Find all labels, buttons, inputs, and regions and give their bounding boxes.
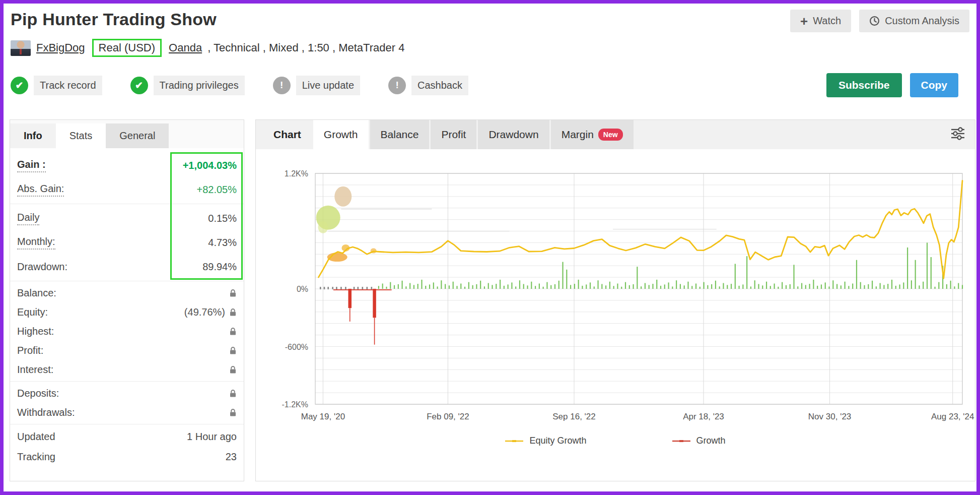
- custom-analysis-button[interactable]: Custom Analysis: [859, 10, 969, 32]
- y-axis-label: 0%: [297, 285, 308, 293]
- badge-label: Track record: [34, 76, 102, 95]
- stat-label: Drawdown:: [17, 261, 67, 273]
- badge-track-record[interactable]: ✔Track record: [11, 76, 102, 95]
- copy-button[interactable]: Copy: [910, 73, 959, 97]
- stat-value: [229, 346, 237, 355]
- stat-row-deposits: Deposits:: [10, 384, 244, 403]
- sidebar-tab-general[interactable]: General: [106, 123, 169, 148]
- sidebar-tabs: InfoStatsGeneral: [10, 120, 244, 148]
- lock-icon: [229, 308, 237, 317]
- x-axis-label: Feb 09, '22: [427, 412, 469, 421]
- check-icon: ✔: [130, 77, 148, 94]
- sidebar-tab-info[interactable]: Info: [10, 123, 56, 148]
- badge-label: Live update: [296, 76, 360, 95]
- stat-value: [229, 408, 237, 417]
- stat-value: 0.15%: [208, 213, 237, 224]
- stat-row-updated: Updated1 Hour ago: [10, 426, 244, 447]
- legend-marker-icon: [672, 439, 690, 444]
- page-title: Pip Hunter Trading Show: [11, 10, 217, 29]
- stat-label: Tracking: [17, 451, 55, 463]
- badge-label: Cashback: [411, 76, 468, 95]
- legend-equity-growth[interactable]: Equity Growth: [505, 436, 586, 446]
- stat-value: 1 Hour ago: [187, 431, 237, 443]
- lock-icon: [229, 389, 237, 398]
- chart-tab-balance[interactable]: Balance: [370, 120, 430, 149]
- clock-icon: [869, 16, 880, 26]
- stat-value: [229, 389, 237, 398]
- lock-icon: [229, 346, 237, 355]
- account-user-link[interactable]: FxBigDog: [36, 41, 85, 54]
- growth-chart[interactable]: 1.2K%0%-600%-1.2K%May 19, '20Feb 09, '22…: [256, 149, 975, 434]
- verification-badges: ✔Track record✔Trading privileges!Live up…: [11, 76, 497, 95]
- badge-trading-privileges[interactable]: ✔Trading privileges: [130, 76, 245, 95]
- chart-tab-label: Balance: [381, 129, 419, 141]
- chart-tabs-row: ChartGrowthBalanceProfitDrawdownMarginNe…: [256, 120, 975, 149]
- chart-tab-chart[interactable]: Chart: [263, 120, 312, 149]
- lock-icon: [229, 289, 237, 297]
- stat-label[interactable]: Daily: [17, 212, 39, 225]
- badge-live-update[interactable]: !Live update: [273, 76, 360, 95]
- stat-row-tracking: Tracking23: [10, 447, 244, 467]
- stat-value: (49.76%): [184, 306, 237, 318]
- legend-label: Equity Growth: [529, 436, 586, 446]
- exclamation-icon: !: [388, 77, 406, 94]
- chart-tab-growth[interactable]: Growth: [313, 120, 369, 149]
- lock-icon: [229, 327, 237, 336]
- x-axis-label: Sep 16, '22: [552, 412, 595, 421]
- stat-group: Deposits:Withdrawals:: [10, 381, 244, 424]
- stat-group: Updated1 Hour agoTracking23: [10, 424, 244, 469]
- legend-growth[interactable]: Growth: [672, 436, 726, 446]
- stat-label: Interest:: [17, 364, 53, 376]
- top-bar: Pip Hunter Trading Show + Watch Custom A…: [4, 4, 976, 35]
- stat-value: [229, 289, 237, 297]
- new-badge: New: [598, 129, 623, 141]
- y-axis-label: -1.2K%: [282, 400, 308, 409]
- avatar: [11, 40, 31, 56]
- stat-group: Balance:Equity:(49.76%)Highest:Profit:In…: [10, 281, 244, 381]
- y-axis-label: 1.2K%: [285, 169, 308, 178]
- stat-label[interactable]: Gain :: [17, 159, 46, 172]
- action-buttons: Subscribe Copy: [826, 73, 958, 97]
- stat-value: 23: [226, 451, 237, 463]
- topbar-buttons: + Watch Custom Analysis: [790, 10, 970, 32]
- filter-sliders-icon[interactable]: [947, 125, 969, 145]
- main-content: InfoStatsGeneral Gain :+1,004.03%Abs. Ga…: [4, 119, 976, 481]
- chart-tab-label: Margin: [562, 129, 594, 141]
- chart-tab-label: Drawdown: [488, 129, 538, 141]
- chart-tab-label: Chart: [273, 129, 301, 141]
- badge-cashback[interactable]: !Cashback: [388, 76, 468, 95]
- stat-value: [229, 327, 237, 336]
- chart-tab-drawdown[interactable]: Drawdown: [478, 120, 549, 149]
- stat-row-abs-gain: Abs. Gain:+82.05%: [10, 177, 244, 202]
- stat-value: [229, 365, 237, 374]
- x-axis-label: Aug 23, '24: [931, 412, 974, 421]
- stat-value: +82.05%: [196, 184, 237, 196]
- stat-label: Profit:: [17, 345, 43, 356]
- broker-link[interactable]: Oanda: [169, 41, 202, 54]
- legend-label: Growth: [696, 436, 726, 446]
- stat-row-profit: Profit:: [10, 341, 244, 360]
- stat-label: Deposits:: [17, 388, 59, 399]
- stat-row-balance: Balance:: [10, 283, 244, 302]
- sidebar-tab-stats[interactable]: Stats: [56, 123, 106, 148]
- legend-marker-icon: [505, 439, 523, 444]
- stat-group: Daily0.15%Monthly:4.73%Drawdown:89.94%: [10, 204, 244, 281]
- chart-legend: Equity GrowthGrowth: [256, 436, 975, 446]
- stat-row-monthly: Monthly:4.73%: [10, 230, 244, 255]
- stat-row-drawdown: Drawdown:89.94%: [10, 255, 244, 279]
- badges-row: ✔Track record✔Trading privileges!Live up…: [4, 72, 976, 98]
- stat-row-gain: Gain :+1,004.03%: [10, 153, 244, 177]
- stat-label[interactable]: Monthly:: [17, 236, 55, 250]
- stat-label: Withdrawals:: [17, 407, 75, 418]
- stat-label: Balance:: [17, 287, 56, 299]
- badge-label: Trading privileges: [154, 76, 245, 95]
- stat-row-interest: Interest:: [10, 360, 244, 379]
- account-meta: , Technical , Mixed , 1:50 , MetaTrader …: [207, 41, 404, 54]
- plus-icon: +: [800, 17, 808, 26]
- chart-tab-margin[interactable]: MarginNew: [551, 120, 634, 149]
- watch-button[interactable]: + Watch: [790, 10, 851, 32]
- chart-tab-profit[interactable]: Profit: [431, 120, 476, 149]
- stat-label[interactable]: Abs. Gain:: [17, 183, 64, 197]
- stat-label: Updated: [17, 431, 55, 443]
- subscribe-button[interactable]: Subscribe: [826, 73, 902, 97]
